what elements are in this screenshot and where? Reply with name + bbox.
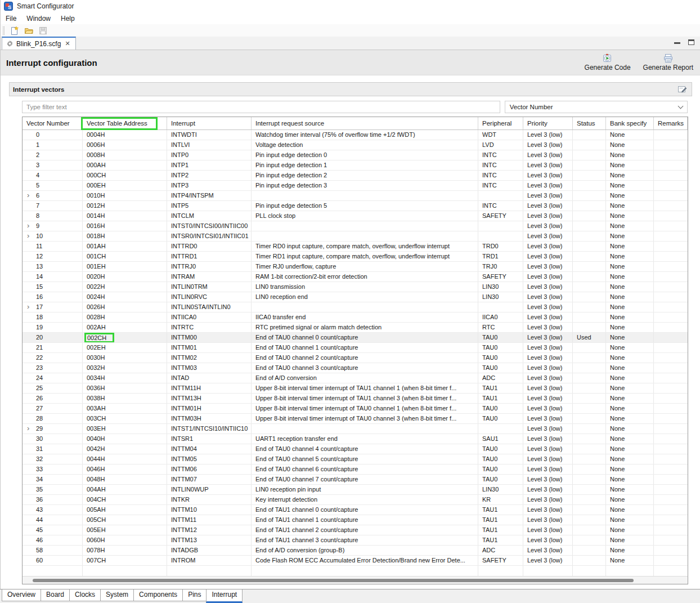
bank-specify-cell[interactable]: None	[606, 272, 654, 282]
bank-specify-cell[interactable]: None	[606, 505, 654, 515]
table-row[interactable]: 19 002AH INTRTC RTC pretimed signal or a…	[23, 323, 688, 333]
menu-item[interactable]: File	[1, 14, 21, 24]
bank-specify-cell[interactable]: None	[606, 495, 654, 504]
bottom-tab[interactable]: Overview	[2, 589, 41, 601]
priority-cell[interactable]: Level 3 (low)	[523, 333, 573, 342]
bank-specify-cell[interactable]: None	[606, 363, 654, 373]
table-row[interactable]: 58 0078H INTADGB End of A/D conversion (…	[23, 546, 688, 556]
table-row[interactable]: 35 004AH INTLIN0WUP LIN0 reception pin i…	[23, 485, 688, 495]
bank-specify-cell[interactable]: None	[606, 383, 654, 393]
table-row[interactable]: 21 002EH INTTM01 End of TAU0 channel 1 c…	[23, 343, 688, 353]
table-row[interactable]: › 9 0016H INTST0/INTCSI00/INTIIC00 Level…	[23, 221, 688, 231]
priority-cell[interactable]: Level 3 (low)	[523, 535, 573, 545]
table-row[interactable]: 23 0032H INTTM03 End of TAU0 channel 3 c…	[23, 363, 688, 373]
table-row[interactable]: 8 0014H INTCLM PLL clock stop SAFETY Lev…	[23, 211, 688, 221]
bank-specify-cell[interactable]: None	[606, 535, 654, 545]
bank-specify-cell[interactable]: None	[606, 323, 654, 332]
priority-cell[interactable]: Level 3 (low)	[523, 495, 573, 504]
priority-cell[interactable]: Level 3 (low)	[523, 363, 573, 373]
table-row[interactable]: 0 0004H INTWDTI Watchdog timer interval …	[23, 130, 688, 140]
bank-specify-cell[interactable]: None	[606, 434, 654, 444]
priority-cell[interactable]: Level 3 (low)	[523, 525, 573, 535]
priority-cell[interactable]: Level 3 (low)	[523, 201, 573, 211]
table-row[interactable]: 5 000EH INTP3 Pin input edge detection 3…	[23, 181, 688, 191]
table-row[interactable]: 30 0040H INTSR1 UART1 reception transfer…	[23, 434, 688, 444]
table-row[interactable]: 14 0020H INTRAM RAM 1-bit correction/2-b…	[23, 272, 688, 282]
bank-specify-cell[interactable]: None	[606, 414, 654, 423]
table-row[interactable]: 1 0006H INTLVI Voltage detection LVD Lev…	[23, 140, 688, 150]
expand-arrow-icon[interactable]: ›	[27, 221, 29, 230]
priority-cell[interactable]: Level 3 (low)	[523, 262, 573, 271]
bank-specify-cell[interactable]: None	[606, 201, 654, 211]
horizontal-scrollbar-thumb[interactable]	[33, 579, 634, 582]
table-row[interactable]: 3 000AH INTP1 Pin input edge detection 1…	[23, 160, 688, 171]
priority-cell[interactable]: Level 3 (low)	[523, 282, 573, 292]
bank-specify-cell[interactable]: None	[606, 475, 654, 484]
priority-cell[interactable]: Level 3 (low)	[523, 181, 573, 190]
bank-specify-cell[interactable]: None	[606, 343, 654, 352]
priority-cell[interactable]: Level 3 (low)	[523, 454, 573, 464]
table-row[interactable]: 34 0048H INTTM07 End of TAU0 channel 7 c…	[23, 475, 688, 485]
bank-specify-cell[interactable]: None	[606, 444, 654, 454]
table-row[interactable]: 16 0024H INTLIN0RVC LIN0 reception end L…	[23, 292, 688, 302]
editor-tab-blink-p16[interactable]: Blink_P16.scfg ✕	[2, 37, 76, 50]
priority-cell[interactable]: Level 3 (low)	[523, 414, 573, 423]
sort-dropdown[interactable]: Vector Number	[505, 101, 688, 113]
column-header-remarks[interactable]: Remarks	[654, 117, 688, 129]
column-header-vector-table-address[interactable]: Vector Table Address	[83, 117, 167, 129]
table-row[interactable]: 20 002CH INTTM00 End of TAU0 channel 0 c…	[23, 333, 688, 343]
table-row[interactable]: 43 005AH INTTM10 End of TAU1 channel 0 c…	[23, 505, 688, 515]
bank-specify-cell[interactable]: None	[606, 333, 654, 342]
table-row[interactable]: 45 005EH INTTM12 End of TAU1 channel 2 c…	[23, 525, 688, 535]
generate-code-button[interactable]: Generate Code	[582, 53, 633, 72]
table-row[interactable]: 25 0036H INTTM11H Upper 8-bit interval t…	[23, 383, 688, 394]
priority-cell[interactable]: Level 3 (low)	[523, 130, 573, 140]
priority-cell[interactable]: Level 3 (low)	[523, 394, 573, 403]
bank-specify-cell[interactable]: None	[606, 191, 654, 200]
open-file-button[interactable]	[24, 25, 34, 35]
expand-arrow-icon[interactable]: ›	[27, 302, 29, 311]
table-row[interactable]: 13 001EH INTTRJ0 Timer RJ0 underflow, ca…	[23, 262, 688, 272]
priority-cell[interactable]: Level 3 (low)	[523, 140, 573, 150]
table-row[interactable]: 26 0038H INTTM13H Upper 8-bit interval t…	[23, 394, 688, 404]
bank-specify-cell[interactable]: None	[606, 160, 654, 170]
bank-specify-cell[interactable]: None	[606, 454, 654, 464]
menu-item[interactable]: Window	[21, 14, 56, 24]
bank-specify-cell[interactable]: None	[606, 292, 654, 302]
table-row[interactable]: 12 001CH INTTRD1 Timer RD1 input capture…	[23, 252, 688, 262]
table-row[interactable]: 44 005CH INTTM11 End of TAU1 channel 1 c…	[23, 515, 688, 525]
priority-cell[interactable]: Level 3 (low)	[523, 231, 573, 241]
expand-arrow-icon[interactable]: ›	[27, 231, 29, 240]
bank-specify-cell[interactable]: None	[606, 150, 654, 160]
column-header-peripheral[interactable]: Peripheral	[478, 117, 523, 129]
table-row[interactable]: 46 0060H INTTM13 End of TAU1 channel 3 c…	[23, 535, 688, 546]
table-row[interactable]: 7 0012H INTP5 Pin input edge detection 5…	[23, 201, 688, 211]
priority-cell[interactable]: Level 3 (low)	[523, 160, 573, 170]
table-row[interactable]: 11 001AH INTTRD0 Timer RD0 input capture…	[23, 242, 688, 252]
close-icon[interactable]: ✕	[64, 40, 71, 47]
priority-cell[interactable]: Level 3 (low)	[523, 373, 573, 383]
column-header-status[interactable]: Status	[573, 117, 606, 129]
bank-specify-cell[interactable]: None	[606, 211, 654, 221]
bank-specify-cell[interactable]: None	[606, 302, 654, 312]
priority-cell[interactable]: Level 3 (low)	[523, 252, 573, 261]
bank-specify-cell[interactable]: None	[606, 130, 654, 140]
priority-cell[interactable]: Level 3 (low)	[523, 221, 573, 231]
column-header-priority[interactable]: Priority	[523, 117, 573, 129]
column-header-bank-specify[interactable]: Bank specify	[606, 117, 654, 129]
menu-item[interactable]: Help	[56, 14, 80, 24]
expand-arrow-icon[interactable]: ›	[27, 424, 29, 433]
table-row[interactable]: › 17 0026H INTLIN0STA/INTLIN0 Level 3 (l…	[23, 302, 688, 312]
minimize-icon[interactable]	[674, 42, 680, 44]
priority-cell[interactable]: Level 3 (low)	[523, 343, 573, 352]
bank-specify-cell[interactable]: None	[606, 464, 654, 474]
table-row[interactable]: 32 0044H INTTM05 End of TAU0 channel 5 c…	[23, 454, 688, 464]
priority-cell[interactable]: Level 3 (low)	[523, 323, 573, 332]
bank-specify-cell[interactable]: None	[606, 515, 654, 525]
priority-cell[interactable]: Level 3 (low)	[523, 434, 573, 444]
table-row[interactable]: › 10 0018H INTSR0/INTCSI01/INTIIC01 Leve…	[23, 231, 688, 242]
bank-specify-cell[interactable]: None	[606, 312, 654, 322]
bottom-tab[interactable]: Pins	[182, 589, 207, 601]
priority-cell[interactable]: Level 3 (low)	[523, 485, 573, 494]
bank-specify-cell[interactable]: None	[606, 546, 654, 555]
